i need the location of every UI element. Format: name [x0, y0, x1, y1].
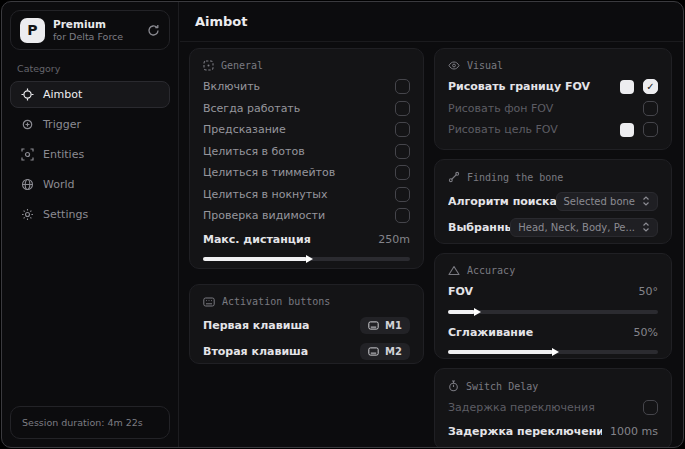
- brand-title: Premium: [53, 18, 123, 31]
- bone-algorithm-row: Алгоритм поиска кост Selected bone: [448, 188, 658, 214]
- slider-label: Макс. дистанция: [203, 233, 370, 246]
- stopwatch-icon: [448, 380, 459, 392]
- checkbox[interactable]: ✓: [395, 165, 410, 180]
- checkbox[interactable]: ✓: [643, 79, 658, 94]
- setting-label: Всегда работать: [203, 102, 395, 115]
- setting-label: Задержка переключения: [448, 401, 643, 414]
- switch-delay-slider-group: Задержка переключения (мс) 1000 ms: [448, 421, 658, 449]
- checkbox[interactable]: ✓: [643, 400, 658, 415]
- select-value: Head, Neck, Body, Pe...: [518, 222, 635, 233]
- setting-row: Целиться в нокнутых ✓: [203, 184, 410, 206]
- accuracy-panel: Accuracy FOV 50° Сглаживание: [434, 253, 672, 359]
- slider-thumb[interactable]: [474, 308, 481, 316]
- second-key-button[interactable]: M2: [360, 343, 410, 360]
- triangle-icon: [448, 265, 460, 276]
- entities-icon: [21, 148, 34, 161]
- activation-buttons-panel: Activation buttons Первая клавиша M1: [189, 284, 424, 364]
- setting-label: Включить: [203, 80, 395, 93]
- chevron-up-down-icon: [642, 222, 650, 232]
- first-key-button[interactable]: M1: [360, 317, 410, 334]
- selected-bones-label: Выбранные кос: [448, 221, 510, 234]
- setting-row: Рисовать границу FOV ✓: [448, 76, 658, 98]
- max-distance-slider-group: Макс. дистанция 250m: [203, 229, 410, 262]
- sidebar-item-settings[interactable]: Settings: [10, 201, 170, 228]
- selected-bones-select[interactable]: Head, Neck, Body, Pe...: [510, 218, 658, 237]
- trigger-icon: [21, 118, 34, 131]
- sidebar-item-world[interactable]: World: [10, 171, 170, 198]
- sidebar-item-trigger[interactable]: Trigger: [10, 111, 170, 138]
- bone-algorithm-select[interactable]: Selected bone: [556, 192, 658, 211]
- setting-label: Целиться в нокнутых: [203, 188, 395, 201]
- gear-icon: [21, 208, 34, 221]
- checkbox[interactable]: ✓: [395, 144, 410, 159]
- slider-label: Задержка переключения (мс): [448, 425, 602, 438]
- sidebar-item-entities[interactable]: Entities: [10, 141, 170, 168]
- slider-thumb[interactable]: [468, 447, 475, 448]
- page-title: Aimbot: [180, 2, 683, 42]
- setting-label: Целиться в тиммейтов: [203, 166, 395, 179]
- sidebar-item-label: Settings: [43, 208, 88, 221]
- setting-row: Целиться в ботов ✓: [203, 141, 410, 163]
- eye-icon: [448, 60, 460, 71]
- globe-icon: [21, 178, 34, 191]
- checkbox[interactable]: ✓: [395, 79, 410, 94]
- slider-label: FOV: [448, 285, 631, 298]
- setting-row: Включить ✓: [203, 76, 410, 98]
- max-distance-slider[interactable]: [203, 257, 410, 261]
- category-label: Category: [17, 63, 163, 74]
- slider-value: 250m: [378, 233, 410, 246]
- keybind-row: Вторая клавиша M2: [203, 338, 410, 364]
- smoothing-slider-group: Сглаживание 50%: [448, 322, 658, 355]
- slider-thumb[interactable]: [552, 348, 559, 356]
- app-window: P Premium for Delta Force Category Aimbo…: [1, 1, 684, 448]
- setting-row: Рисовать цель FOV ✓: [448, 119, 658, 141]
- slider-thumb[interactable]: [306, 255, 313, 263]
- setting-row: Проверка видимости ✓: [203, 205, 410, 227]
- sidebar-nav: Aimbot Trigger Entities: [10, 81, 170, 228]
- checkbox[interactable]: ✓: [643, 101, 658, 116]
- panel-title: Visual: [467, 60, 503, 71]
- brand-subtitle: for Delta Force: [53, 31, 123, 43]
- setting-row: Предсказание ✓: [203, 119, 410, 141]
- switch-delay-panel: Switch Delay Задержка переключения ✓ Зад…: [434, 368, 672, 448]
- sidebar-item-aimbot[interactable]: Aimbot: [10, 81, 170, 108]
- setting-label: Проверка видимости: [203, 209, 395, 222]
- bone-icon: [448, 171, 460, 183]
- keybind-label: Первая клавиша: [203, 319, 360, 332]
- keybind-row: Первая клавиша M1: [203, 312, 410, 338]
- checkbox[interactable]: ✓: [395, 187, 410, 202]
- visual-panel: Visual Рисовать границу FOV ✓ Рисовать ф…: [434, 48, 672, 150]
- setting-label: Целиться в ботов: [203, 145, 395, 158]
- select-value: Selected bone: [564, 196, 635, 207]
- main-content: Aimbot General Включить: [180, 2, 683, 447]
- refresh-icon[interactable]: [147, 24, 160, 37]
- setting-row: Целиться в тиммейтов ✓: [203, 162, 410, 184]
- fov-slider[interactable]: [448, 310, 658, 314]
- keyboard-icon: [203, 297, 215, 307]
- color-swatch[interactable]: [620, 80, 634, 94]
- setting-row: Задержка переключения ✓: [448, 397, 658, 419]
- setting-label: Рисовать фон FOV: [448, 102, 643, 115]
- checkbox[interactable]: ✓: [395, 208, 410, 223]
- bone-algorithm-label: Алгоритм поиска кост: [448, 195, 556, 208]
- setting-label: Рисовать границу FOV: [448, 80, 620, 93]
- slider-value: 1000 ms: [610, 425, 658, 438]
- brand-card: P Premium for Delta Force: [10, 10, 170, 50]
- panel-title: Activation buttons: [222, 296, 330, 307]
- sidebar-item-label: Entities: [43, 148, 84, 161]
- keybind-label: Вторая клавиша: [203, 345, 360, 358]
- slider-value: 50%: [634, 326, 658, 339]
- selected-bones-row: Выбранные кос Head, Neck, Body, Pe...: [448, 214, 658, 240]
- keybind-value: M1: [385, 320, 402, 331]
- keyboard-icon: [368, 347, 379, 356]
- panel-title: General: [221, 60, 263, 71]
- checkbox[interactable]: ✓: [395, 122, 410, 137]
- checkbox[interactable]: ✓: [643, 122, 658, 137]
- smoothing-slider[interactable]: [448, 350, 658, 354]
- setting-label: Рисовать цель FOV: [448, 123, 620, 136]
- checkbox[interactable]: ✓: [395, 101, 410, 116]
- color-swatch[interactable]: [620, 123, 634, 137]
- crosshair-icon: [21, 88, 34, 101]
- panel-title: Accuracy: [467, 265, 515, 276]
- keyboard-icon: [368, 321, 379, 330]
